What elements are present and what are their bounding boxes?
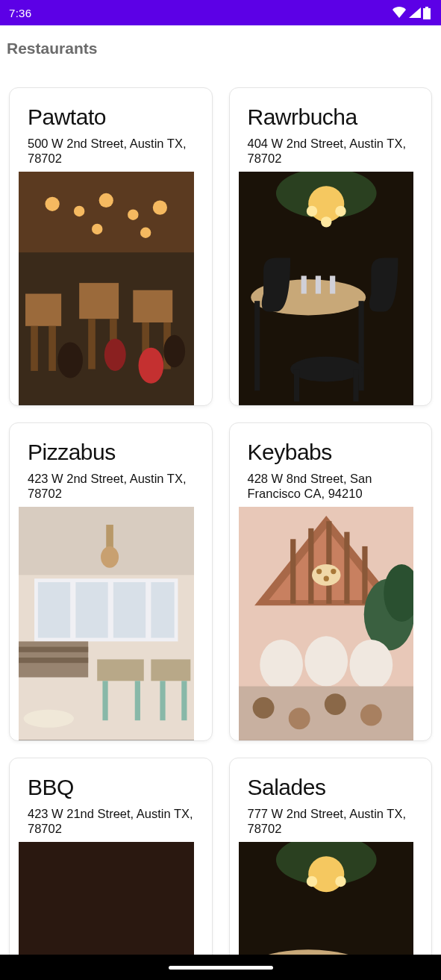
svg-point-27 (306, 206, 316, 216)
svg-rect-36 (301, 276, 306, 294)
restaurant-image (239, 172, 414, 405)
svg-rect-0 (423, 8, 431, 19)
svg-rect-47 (151, 582, 174, 638)
svg-rect-31 (254, 301, 260, 390)
restaurant-card[interactable]: Rawrbucha 404 W 2nd Street, Austin TX, 7… (229, 87, 433, 406)
restaurant-address: 404 W 2nd Street, Austin TX, 78702 (248, 136, 414, 166)
svg-rect-3 (19, 172, 194, 252)
svg-rect-55 (160, 681, 165, 720)
svg-rect-44 (38, 582, 70, 638)
restaurant-image (239, 507, 414, 740)
svg-point-23 (163, 335, 185, 367)
svg-point-6 (99, 193, 113, 207)
svg-point-74 (252, 697, 274, 719)
svg-point-83 (308, 856, 344, 892)
svg-rect-59 (290, 539, 295, 604)
svg-point-77 (360, 705, 381, 726)
status-icons (392, 7, 431, 19)
svg-point-7 (128, 210, 138, 220)
svg-point-70 (260, 640, 303, 690)
status-time: 7:36 (9, 7, 31, 19)
svg-rect-12 (79, 283, 119, 319)
svg-rect-51 (97, 660, 144, 681)
svg-rect-63 (362, 546, 367, 604)
restaurant-grid: Pawtato 500 W 2nd Street, Austin TX, 787… (0, 57, 441, 980)
svg-point-21 (104, 339, 126, 371)
restaurant-card[interactable]: Keybabs 428 W 8nd Street, San Francisco … (229, 422, 433, 741)
svg-rect-14 (31, 326, 38, 371)
svg-rect-56 (181, 681, 187, 720)
svg-point-66 (323, 576, 328, 581)
restaurant-name: Pawtato (28, 104, 194, 130)
svg-rect-1 (425, 7, 428, 8)
battery-icon (423, 7, 431, 19)
svg-point-85 (335, 876, 345, 887)
svg-rect-34 (293, 369, 298, 402)
restaurant-address: 423 W 21nd Street, Austin TX, 78702 (28, 806, 194, 836)
svg-rect-53 (102, 681, 107, 720)
svg-point-67 (331, 569, 336, 574)
restaurant-address: 423 W 2nd Street, Austin TX, 78702 (28, 471, 194, 501)
svg-point-10 (140, 228, 151, 238)
svg-rect-61 (326, 521, 331, 604)
restaurant-name: Rawrbucha (248, 104, 414, 130)
svg-rect-54 (135, 681, 140, 720)
restaurant-card[interactable]: Pizzabus 423 W 2nd Street, Austin TX, 78… (9, 422, 213, 741)
svg-rect-35 (353, 369, 358, 402)
svg-point-65 (316, 569, 322, 574)
svg-point-64 (312, 564, 340, 586)
nav-handle[interactable] (169, 966, 273, 970)
restaurant-card[interactable]: Salades 777 W 2nd Street, Austin TX, 787… (229, 758, 433, 980)
status-bar: 7:36 (0, 0, 441, 25)
svg-point-5 (74, 206, 84, 216)
svg-rect-50 (19, 658, 88, 663)
svg-point-9 (92, 224, 102, 234)
restaurant-card[interactable]: Pawtato 500 W 2nd Street, Austin TX, 787… (9, 87, 213, 406)
svg-point-76 (324, 693, 345, 715)
svg-point-84 (306, 876, 316, 887)
restaurant-name: Salades (248, 775, 414, 800)
svg-point-42 (101, 546, 119, 568)
restaurant-name: Keybabs (248, 440, 414, 465)
restaurant-card[interactable]: BBQ 423 W 21nd Street, Austin TX, 78702 (9, 758, 213, 980)
android-nav-bar (0, 955, 441, 980)
svg-rect-16 (88, 319, 96, 369)
svg-point-22 (139, 348, 164, 384)
svg-rect-11 (25, 294, 61, 326)
svg-point-57 (24, 710, 74, 728)
restaurant-image (19, 172, 194, 405)
restaurant-address: 777 W 2nd Street, Austin TX, 78702 (248, 806, 414, 836)
svg-point-28 (335, 206, 345, 216)
svg-rect-46 (113, 582, 146, 638)
svg-rect-45 (75, 582, 107, 638)
svg-rect-37 (315, 276, 320, 294)
svg-rect-15 (49, 326, 56, 371)
svg-point-26 (308, 186, 344, 222)
cell-signal-icon (408, 7, 422, 19)
svg-point-75 (288, 708, 310, 730)
svg-point-29 (321, 216, 331, 227)
wifi-icon (392, 7, 407, 19)
svg-point-8 (153, 201, 167, 215)
svg-rect-60 (308, 528, 313, 604)
svg-point-72 (349, 640, 392, 690)
svg-point-4 (45, 197, 59, 211)
svg-rect-62 (344, 532, 349, 604)
svg-point-20 (57, 343, 83, 378)
restaurant-address: 428 W 8nd Street, San Francisco CA, 9421… (248, 471, 414, 501)
svg-rect-32 (358, 301, 363, 390)
svg-point-71 (304, 636, 348, 686)
svg-point-33 (290, 357, 362, 382)
restaurant-name: BBQ (28, 775, 194, 800)
svg-rect-13 (133, 290, 172, 322)
svg-rect-52 (151, 660, 190, 681)
page-title: Restaurants (0, 25, 441, 57)
restaurant-name: Pizzabus (28, 440, 194, 465)
restaurant-image (19, 507, 194, 740)
svg-rect-49 (19, 647, 88, 652)
restaurant-address: 500 W 2nd Street, Austin TX, 78702 (28, 136, 194, 166)
svg-rect-38 (330, 276, 335, 294)
